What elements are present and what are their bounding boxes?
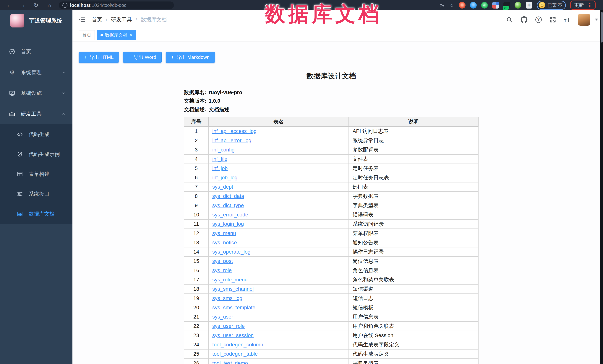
app-shell: 芋道管理系统 首页 ⚙ 系统管理 (0, 11, 603, 364)
tag-home[interactable]: 首页 (79, 30, 95, 40)
table-name-link[interactable]: sys_user_role (212, 323, 245, 329)
table-row: 8sys_dict_data字典数据表 (184, 192, 478, 201)
table-row-index: 1 (184, 127, 209, 136)
user-menu-caret-icon[interactable] (595, 19, 598, 21)
table-row-index: 3 (184, 145, 209, 154)
table-name-link[interactable]: tool_test_demo (212, 360, 248, 364)
extension-icon-check[interactable]: ✓ (481, 2, 488, 9)
browser-back-button[interactable]: ← (3, 2, 16, 8)
address-bar[interactable]: i localhost:1024/tool/db-doc (59, 1, 174, 9)
col-header-index: 序号 (184, 117, 209, 127)
sync-paused-label: 已暂停 (547, 2, 562, 9)
table-name-link[interactable]: tool_codegen_column (212, 342, 263, 347)
table-name-link[interactable]: sys_operate_log (212, 249, 250, 255)
help-icon[interactable]: ? (535, 17, 542, 23)
table-name-link[interactable]: tool_codegen_table (212, 351, 258, 357)
sidebar-item-devtools[interactable]: 研发工具 (0, 104, 72, 124)
table-name-link[interactable]: sys_sms_template (212, 305, 255, 310)
dashboard-icon (9, 48, 16, 55)
browser-home-button[interactable]: ⌂ (43, 2, 56, 8)
extension-icon-red[interactable] (459, 2, 465, 9)
table-row: 24tool_codegen_column代码生成表字段定义 (184, 340, 478, 349)
table-row-index: 5 (184, 164, 209, 173)
table-name-cell: sys_operate_log (209, 247, 349, 256)
sidebar-item-db-doc[interactable]: 数据库文档 (0, 204, 72, 224)
extensions-puzzle-icon[interactable]: ✚ (526, 2, 533, 9)
table-description-cell: 定时任务表 (349, 164, 478, 173)
password-key-icon[interactable] (439, 2, 445, 8)
table-name-link[interactable]: inf_api_error_log (212, 138, 251, 143)
table-name-link[interactable]: sys_error_code (212, 212, 248, 218)
extension-icon-grid[interactable] (492, 2, 499, 9)
table-name-link[interactable]: inf_api_access_log (212, 128, 256, 134)
table-name-link[interactable]: sys_post (212, 258, 233, 264)
extension-icon-pin[interactable] (470, 2, 477, 9)
search-icon[interactable] (506, 16, 513, 23)
table-name-link[interactable]: sys_menu (212, 230, 236, 236)
sidebar-item-codegen[interactable]: 代码生成 (0, 124, 72, 144)
font-size-icon[interactable]: TT (564, 17, 570, 23)
table-name-link[interactable]: sys_user (212, 314, 233, 320)
bookmark-star-icon[interactable]: ☆ (449, 2, 454, 9)
table-description-cell: 部门表 (349, 182, 478, 192)
export-word-button[interactable]: + 导出 Word (123, 52, 162, 63)
table-description-cell: 参数配置表 (349, 145, 478, 154)
table-name-cell: tool_test_demo (209, 359, 349, 364)
table-row: 10sys_error_code错误码表 (184, 210, 478, 220)
table-name-link[interactable]: sys_dict_data (212, 193, 244, 199)
breadcrumb-devtools[interactable]: 研发工具 (111, 16, 132, 23)
table-name-link[interactable]: inf_job_log (212, 175, 237, 180)
table-grid-icon (16, 211, 23, 217)
export-button-label: 导出 Markdown (176, 54, 209, 61)
browser-forward-button[interactable]: → (16, 2, 29, 8)
table-name-link[interactable]: sys_sms_channel (212, 286, 254, 292)
extension-icon-leaf[interactable] (515, 2, 521, 9)
user-avatar[interactable] (578, 14, 590, 26)
page-scrollbar[interactable] (600, 11, 603, 364)
extension-icon-proxy[interactable]: on (503, 2, 510, 9)
table-name-link[interactable]: sys_dict_type (212, 202, 244, 208)
github-icon[interactable] (521, 16, 528, 23)
close-icon[interactable]: × (130, 33, 132, 38)
sidebar-item-system[interactable]: ⚙ 系统管理 (0, 62, 72, 83)
table-row-index: 13 (184, 238, 209, 247)
sidebar-item-home[interactable]: 首页 (0, 41, 72, 62)
table-row: 5inf_job定时任务表 (184, 164, 478, 173)
table-name-link[interactable]: sys_user_session (212, 332, 254, 338)
breadcrumb-home[interactable]: 首页 (92, 16, 102, 23)
sidebar-item-form-builder[interactable]: 表单构建 (0, 164, 72, 184)
table-name-link[interactable]: sys_login_log (212, 221, 244, 227)
table-name-link[interactable]: inf_config (212, 147, 235, 153)
sidebar-collapse-icon[interactable] (78, 17, 85, 23)
table-name-link[interactable]: sys_sms_log (212, 295, 243, 301)
table-name-cell: sys_sms_channel (209, 284, 349, 294)
sidebar-item-infra[interactable]: 基础设施 (0, 83, 72, 104)
tag-label: 数据库文档 (105, 32, 127, 38)
export-html-button[interactable]: + 导出 HTML (79, 52, 119, 63)
table-row: 18sys_sms_channel短信渠道 (184, 284, 478, 294)
form-icon (16, 171, 23, 177)
table-name-link[interactable]: sys_notice (212, 240, 237, 245)
browser-reload-button[interactable]: ↻ (29, 2, 43, 9)
tag-db-doc[interactable]: 数据库文档 × (97, 30, 136, 40)
table-name-link[interactable]: inf_file (212, 156, 227, 162)
table-name-link[interactable]: sys_role_menu (212, 277, 248, 283)
page-info-icon[interactable]: i (62, 3, 68, 8)
table-row-index: 23 (184, 331, 209, 340)
sidebar-logo-row[interactable]: 芋道管理系统 (0, 11, 72, 31)
sidebar-item-api[interactable]: 系统接口 (0, 184, 72, 204)
export-markdown-button[interactable]: + 导出 Markdown (166, 52, 215, 63)
scrollbar-thumb[interactable] (601, 12, 603, 43)
browser-update-chip[interactable]: 更新 ⋮ (570, 0, 596, 10)
table-name-link[interactable]: inf_job (212, 165, 228, 171)
fullscreen-icon[interactable] (549, 16, 556, 23)
sidebar-item-codegen-demo[interactable]: 代码生成示例 (0, 144, 72, 164)
table-name-cell: sys_sms_template (209, 303, 349, 312)
profile-sync-paused-badge[interactable]: ☺ 已暂停 (537, 1, 566, 10)
table-row: 26tool_test_demo字典类型表 (184, 359, 478, 364)
table-name-link[interactable]: sys_role (212, 267, 232, 273)
browser-menu-icon[interactable]: ⋮ (587, 2, 593, 9)
font-size-small: T (564, 19, 566, 23)
table-name-link[interactable]: sys_dept (212, 184, 233, 190)
col-header-description: 说明 (349, 117, 478, 127)
